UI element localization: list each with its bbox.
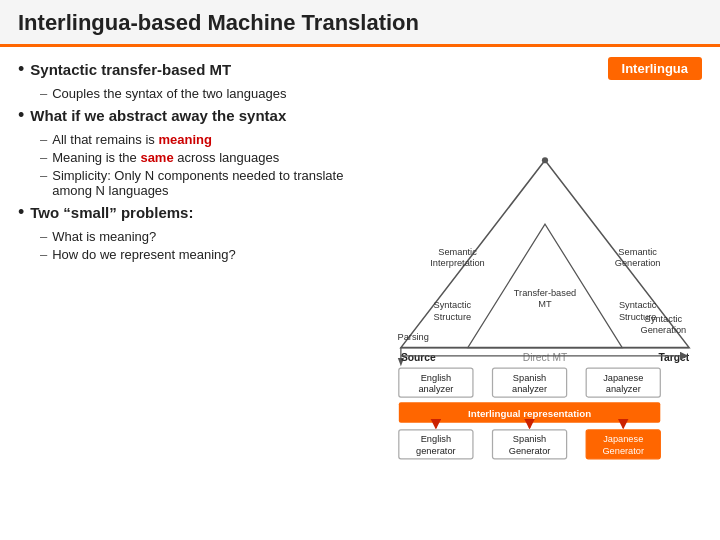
bullet-2-sub3-text: Simplicity: Only N components needed to … [52, 168, 352, 198]
bullet-3-sub1-text: What is meaning? [52, 229, 156, 244]
svg-text:Syntactic: Syntactic [434, 301, 472, 311]
svg-text:Parsing: Parsing [398, 332, 429, 342]
svg-text:generator: generator [416, 446, 456, 456]
svg-text:Generation: Generation [640, 325, 686, 335]
svg-text:Direct MT: Direct MT [523, 352, 568, 363]
bullet-1-sub1-text: Couples the syntax of the two languages [52, 86, 286, 101]
bullet-2-sub2-text: Meaning is the same across languages [52, 150, 279, 165]
bullet-2-sub3: – Simplicity: Only N components needed t… [40, 168, 352, 198]
bullet-3: • Two “small” problems: [18, 204, 352, 223]
page-title: Interlingua-based Machine Translation [18, 10, 702, 36]
dash-3: – [40, 150, 47, 165]
bullet-2-sub2: – Meaning is the same across languages [40, 150, 352, 165]
diagram-svg: Semantic Interpretation Semantic Generat… [370, 47, 720, 535]
svg-text:Japanese: Japanese [603, 434, 643, 444]
bullet-2: • What if we abstract away the syntax [18, 107, 352, 126]
bullet-3-sub1: – What is meaning? [40, 229, 352, 244]
bullet-2-sub1: – All that remains is meaning [40, 132, 352, 147]
main-content: • Syntactic transfer-based MT – Couples … [0, 47, 720, 535]
dash-5: – [40, 229, 47, 244]
svg-text:Interpretation: Interpretation [430, 258, 485, 268]
svg-marker-1 [468, 224, 622, 348]
svg-text:Spanish: Spanish [513, 434, 546, 444]
svg-text:Generator: Generator [509, 446, 551, 456]
dash-2: – [40, 132, 47, 147]
svg-text:Generator: Generator [602, 446, 644, 456]
svg-text:English: English [421, 373, 451, 383]
bullet-1-text: Syntactic transfer-based MT [30, 61, 231, 78]
dash-6: – [40, 247, 47, 262]
left-column: • Syntactic transfer-based MT – Couples … [0, 47, 370, 535]
svg-text:analyzer: analyzer [606, 384, 641, 394]
svg-text:Semantic: Semantic [618, 247, 657, 257]
svg-text:Source: Source [401, 352, 436, 363]
svg-text:Japanese: Japanese [603, 373, 643, 383]
svg-point-2 [542, 157, 548, 163]
page-header: Interlingua-based Machine Translation [0, 0, 720, 47]
bullet-3-text: Two “small” problems: [30, 204, 193, 221]
same-text: same [140, 150, 173, 165]
svg-text:Target: Target [658, 352, 689, 363]
bullet-3-sub2-text: How do we represent meaning? [52, 247, 236, 262]
meaning-text: meaning [158, 132, 211, 147]
bullet-2-sub1-text: All that remains is meaning [52, 132, 212, 147]
svg-text:Spanish: Spanish [513, 373, 546, 383]
right-column: Interlingua Semantic Interpretation Sema… [370, 47, 720, 535]
svg-text:Syntactic: Syntactic [645, 314, 683, 324]
svg-text:Interlingual representation: Interlingual representation [468, 408, 591, 419]
dash-1: – [40, 86, 47, 101]
svg-text:MT: MT [538, 299, 552, 309]
bullet-1-sub1: – Couples the syntax of the two language… [40, 86, 352, 101]
svg-text:analyzer: analyzer [418, 384, 453, 394]
svg-text:Semantic: Semantic [438, 247, 477, 257]
svg-text:Structure: Structure [434, 312, 472, 322]
svg-text:analyzer: analyzer [512, 384, 547, 394]
bullet-dot-1: • [18, 59, 24, 80]
bullet-3-sub2: – How do we represent meaning? [40, 247, 352, 262]
svg-text:English: English [421, 434, 451, 444]
svg-text:Transfer-based: Transfer-based [514, 288, 576, 298]
svg-text:Syntactic: Syntactic [619, 301, 657, 311]
bullet-dot-2: • [18, 105, 24, 126]
bullet-dot-3: • [18, 202, 24, 223]
bullet-2-text: What if we abstract away the syntax [30, 107, 286, 124]
dash-4: – [40, 168, 47, 183]
svg-text:Generation: Generation [615, 258, 661, 268]
bullet-1: • Syntactic transfer-based MT [18, 61, 352, 80]
